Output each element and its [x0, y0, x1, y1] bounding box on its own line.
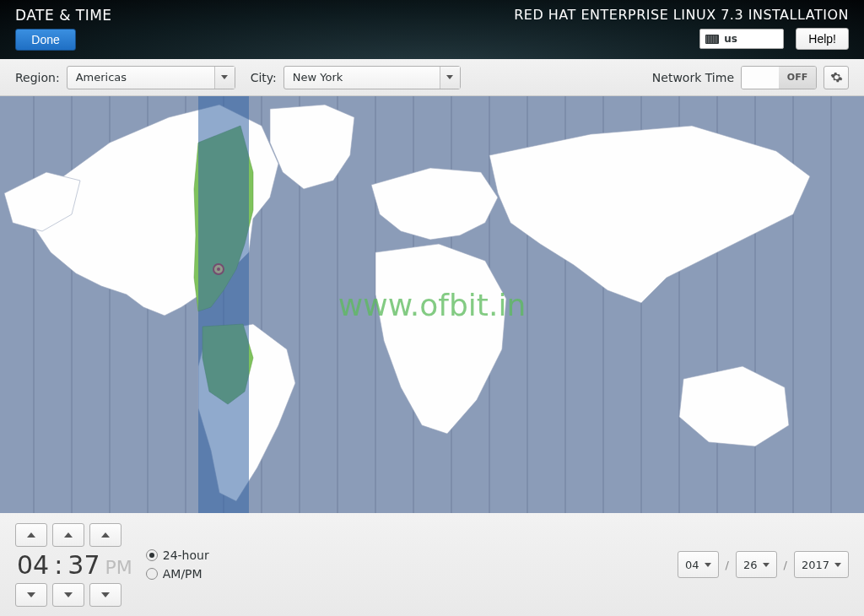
chevron-down-icon — [64, 592, 73, 597]
watermark-text: www.ofbit.in — [338, 288, 526, 322]
city-label: City: — [251, 71, 277, 84]
chevron-down-icon — [101, 592, 110, 597]
minutes-up-button[interactable] — [52, 523, 84, 547]
installer-title: RED HAT ENTERPRISE LINUX 7.3 INSTALLATIO… — [514, 7, 849, 23]
selected-timezone-band — [198, 96, 249, 513]
chevron-down-icon — [834, 563, 841, 567]
time-minutes: 37 — [68, 550, 100, 580]
day-dropdown[interactable]: 26 — [736, 551, 777, 578]
ampm-up-button[interactable] — [89, 523, 122, 547]
format-ampm-radio[interactable]: AM/PM — [146, 567, 209, 581]
chevron-up-icon — [101, 532, 110, 538]
format-24h-radio[interactable]: 24-hour — [146, 548, 209, 562]
chevron-up-icon — [27, 532, 35, 538]
done-button[interactable]: Done — [15, 29, 76, 51]
switch-on-side — [742, 67, 779, 89]
time-hours: 04 — [17, 550, 49, 580]
network-time-switch[interactable]: OFF — [741, 66, 817, 89]
header-left: DATE & TIME Done — [15, 7, 112, 54]
date-separator: / — [784, 559, 787, 571]
date-separator: / — [726, 559, 729, 571]
switch-off-side: OFF — [779, 67, 816, 89]
chevron-down-icon — [763, 563, 770, 567]
keyboard-layout-label: us — [724, 33, 737, 45]
time-separator: : — [54, 550, 62, 580]
time-ampm: PM — [105, 557, 132, 578]
date-picker: 04 / 26 / 2017 — [678, 551, 849, 578]
year-value: 2017 — [802, 559, 829, 571]
region-dropdown[interactable]: Americas — [67, 66, 235, 89]
network-time-settings-button[interactable] — [824, 66, 849, 89]
radio-icon — [146, 568, 158, 580]
time-display: 04:37 PM — [15, 550, 134, 580]
month-value: 04 — [685, 559, 699, 571]
ampm-down-button[interactable] — [89, 583, 122, 607]
help-button[interactable]: Help! — [796, 28, 849, 50]
header-right: RED HAT ENTERPRISE LINUX 7.3 INSTALLATIO… — [514, 7, 849, 54]
hours-up-button[interactable] — [15, 523, 47, 547]
radio-icon — [146, 549, 158, 561]
location-toolbar: Region: Americas City: New York Network … — [0, 59, 864, 96]
chevron-up-icon — [64, 532, 73, 538]
network-time-label: Network Time — [652, 71, 734, 84]
hours-down-button[interactable] — [15, 583, 47, 607]
day-value: 26 — [743, 559, 758, 571]
timezone-map[interactable]: www.ofbit.in — [0, 96, 864, 513]
keyboard-icon — [705, 35, 719, 44]
minutes-down-button[interactable] — [52, 583, 84, 607]
city-dropdown[interactable]: New York — [284, 66, 461, 89]
year-dropdown[interactable]: 2017 — [794, 551, 849, 578]
chevron-down-icon — [440, 67, 460, 89]
region-label: Region: — [15, 71, 60, 84]
chevron-down-icon — [214, 67, 235, 89]
format-ampm-label: AM/PM — [163, 567, 202, 581]
gear-icon — [830, 71, 843, 84]
chevron-down-icon — [705, 563, 711, 567]
header-bar: DATE & TIME Done RED HAT ENTERPRISE LINU… — [0, 0, 864, 59]
time-stepper: 04:37 PM — [15, 523, 134, 607]
chevron-down-icon — [27, 592, 35, 597]
format-24h-label: 24-hour — [163, 548, 209, 562]
keyboard-layout-indicator[interactable]: us — [699, 29, 784, 49]
page-title: DATE & TIME — [15, 7, 112, 24]
header-controls: us Help! — [699, 28, 849, 50]
datetime-footer: 04:37 PM 24-hour AM/PM 04 / 26 / — [0, 513, 864, 616]
city-value: New York — [293, 71, 343, 84]
time-format-group: 24-hour AM/PM — [146, 548, 209, 581]
region-value: Americas — [76, 71, 127, 84]
month-dropdown[interactable]: 04 — [678, 551, 719, 578]
